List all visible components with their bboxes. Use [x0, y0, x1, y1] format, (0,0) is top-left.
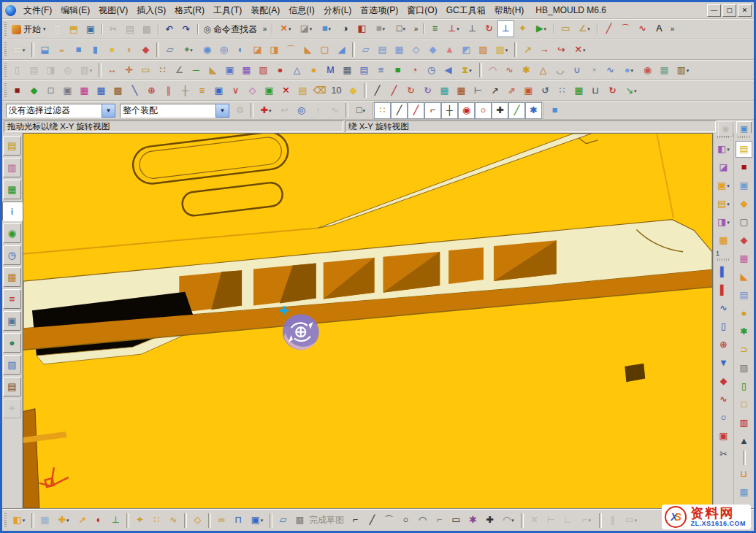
wcs-origin-button[interactable]: ⊥ [464, 20, 481, 37]
sketch-circle-button[interactable]: ○ [397, 512, 414, 529]
mold-wizard-button[interactable]: ▤ [736, 141, 752, 158]
move-object-button[interactable]: ↗ [486, 83, 503, 99]
finish-sketch-icon[interactable]: ▩ [291, 512, 308, 529]
cut-button[interactable]: ✂ [105, 21, 122, 38]
new-file-button[interactable]: ▯ [49, 21, 66, 38]
sheet-stack-button[interactable]: ▥ [76, 62, 96, 79]
wcs-rotate-button[interactable]: ↻ [481, 20, 497, 37]
reflection-analysis-button[interactable]: ◠ [484, 62, 501, 79]
vector-button[interactable]: ∨ [227, 83, 244, 99]
menu-item[interactable]: 分析(L) [319, 4, 356, 17]
point-constructor-button[interactable]: ⊕ [143, 83, 160, 99]
color-dots-button[interactable]: ● [272, 62, 289, 79]
sketch-arc-button[interactable]: ⌒ [381, 512, 397, 529]
angle-button[interactable]: △ [289, 62, 305, 79]
measure-distance-button[interactable]: ▭ [557, 20, 574, 37]
solid-cube-button[interactable]: ■ [546, 102, 563, 119]
wcs-dynamics-button[interactable]: ⊥ [443, 20, 464, 37]
wave-link-button[interactable]: ∿ [165, 512, 182, 529]
detail-view-button[interactable]: ◎ [59, 62, 76, 79]
point-info-button[interactable]: ∷ [154, 62, 171, 79]
show-button[interactable]: ▣ [59, 83, 76, 99]
delete-face-button[interactable]: ✕ [570, 42, 590, 58]
mold-update-button[interactable]: ◧ [714, 141, 734, 158]
list-button[interactable]: ≡ [373, 62, 389, 79]
toolbar-grip[interactable] [717, 258, 730, 261]
runner-button[interactable]: ∿ [715, 391, 732, 408]
locating-ring-button[interactable]: ⊕ [715, 337, 732, 353]
section-view-button[interactable]: ◨ [42, 62, 59, 79]
draft-analysis-button[interactable]: △ [535, 62, 551, 79]
toolbar-grip[interactable] [4, 22, 7, 37]
show-dof-button[interactable]: ∷ [148, 512, 165, 529]
gate-button[interactable]: ◆ [715, 373, 732, 390]
menu-item[interactable]: 工具(T) [209, 4, 246, 17]
cleanup-button[interactable]: ⌫ [311, 83, 328, 99]
remember-constraints-button[interactable]: ✦ [131, 512, 148, 529]
folder-options-button[interactable]: ▤ [294, 83, 311, 99]
start-menu-button[interactable]: 开始 [9, 22, 49, 37]
sphere-button[interactable]: ● [104, 42, 121, 58]
edge-blend-button[interactable]: ⌒ [283, 42, 299, 58]
corner-snap[interactable]: ⌐ [424, 102, 441, 119]
sketch-in-task-button[interactable]: ▱ [275, 512, 291, 529]
min-distance-button[interactable]: ● [305, 62, 322, 79]
show-hide-button[interactable]: ◆ [26, 83, 42, 99]
offset-region-button[interactable]: ↪ [553, 42, 570, 58]
cavity-layout-button[interactable]: ▤ [714, 196, 734, 212]
quick-trim-button[interactable]: ✕ [526, 512, 543, 529]
thicken-button[interactable]: ▧ [492, 42, 512, 58]
copy-button[interactable]: ▤ [122, 21, 139, 38]
measure-angle-button[interactable]: ∠ [574, 20, 595, 37]
ejector-pin-button[interactable]: ▌ [715, 264, 732, 280]
overflow-chevron[interactable]: » [411, 21, 421, 38]
intersection-snap[interactable]: ┼ [441, 102, 458, 119]
grid-analysis-button[interactable]: ▦ [656, 62, 673, 79]
fit-view-button[interactable]: ✕ [275, 20, 296, 37]
graphics-window[interactable] [23, 133, 713, 509]
render-blob-button[interactable]: ◆ [345, 83, 362, 99]
line-button[interactable]: ╱ [600, 20, 617, 37]
color-stack-button[interactable]: ≡ [194, 83, 210, 99]
mold-csys-button[interactable]: ◪ [715, 159, 732, 176]
selection-filter-dropdown[interactable]: 没有选择过滤器 ▼ [6, 104, 115, 118]
instance-array-button[interactable]: ∷ [554, 83, 570, 99]
overflow-chevron[interactable]: » [668, 21, 677, 38]
toolbar-grip[interactable] [4, 83, 7, 98]
paste-special-button[interactable]: ▣ [520, 83, 537, 99]
selection-scope-dropdown[interactable]: 整个装配 ▼ [120, 104, 229, 118]
profile-button[interactable]: ⌐ [347, 512, 364, 529]
move-to-layer-button[interactable]: ▦ [76, 83, 93, 99]
block-button[interactable]: ■ [70, 42, 87, 58]
curve-mesh-button[interactable]: ▦ [391, 42, 408, 58]
add-to-selection-button[interactable]: ✚ [256, 102, 276, 119]
view-manager-button[interactable]: ▢ [736, 214, 752, 231]
hole-button[interactable]: ⌖ [178, 42, 199, 58]
blue-pair-button[interactable]: ▦ [736, 484, 752, 501]
trim-body-button[interactable]: ◪ [249, 42, 266, 58]
verify-button[interactable]: ▣ [261, 83, 278, 99]
local-radius-button[interactable]: ∠ [171, 62, 188, 79]
rotate-view-button[interactable]: ↻ [604, 83, 621, 99]
grid-lines-button[interactable]: ┼ [177, 83, 194, 99]
ejector-sleeve-button[interactable]: ▯ [715, 318, 732, 335]
menu-item[interactable]: 视图(V) [94, 4, 132, 17]
continuity-button[interactable]: ∪ [568, 62, 585, 79]
new-sheet-button[interactable]: ▯ [9, 62, 26, 79]
measure-distance-button[interactable]: ↔ [104, 62, 121, 79]
assembly-cubes-button[interactable]: ▦ [37, 512, 53, 529]
mold-tools-button[interactable]: ◨ [714, 214, 734, 231]
end-point-snap[interactable]: ╱ [391, 102, 408, 119]
iso-view-button[interactable]: ◧ [354, 20, 370, 37]
arc-button[interactable]: ⌒ [617, 20, 634, 37]
slide-lifter-button[interactable]: ▤ [736, 287, 752, 304]
undo-selection-button[interactable]: ↩ [276, 102, 293, 119]
draft-button[interactable]: ◢ [333, 42, 350, 58]
menu-item[interactable]: 插入(S) [132, 4, 170, 17]
move-face-button[interactable]: ↗ [519, 42, 536, 58]
information-window-button[interactable]: ≡ [427, 20, 443, 37]
overflow-chevron[interactable]: » [260, 21, 270, 38]
layer-settings-button[interactable]: ▦ [93, 83, 110, 99]
section-inertia-button[interactable]: ▦ [238, 62, 255, 79]
sprue-bushing-button[interactable]: ▼ [715, 355, 732, 372]
